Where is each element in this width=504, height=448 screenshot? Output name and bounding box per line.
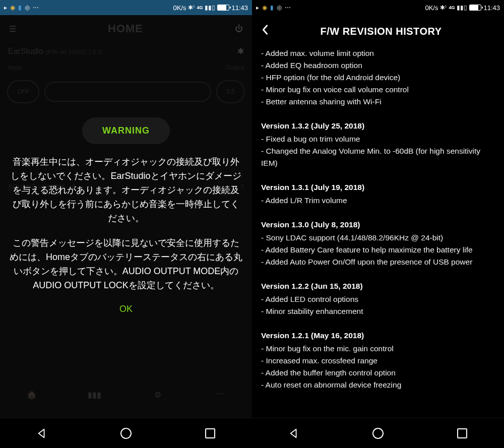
output-value-pill: 3.5 <box>216 80 245 103</box>
revision-item: - Minor bug fix on voice call volume con… <box>261 84 495 96</box>
revision-version-title: Version 1.3.2 (July 25, 2018) <box>261 120 495 132</box>
output-label: Output <box>226 64 244 71</box>
signal-icon: ▮▮▯ <box>457 4 467 11</box>
notif-icon: ▸ <box>256 4 259 11</box>
revision-item: - Fixed a bug on trim volume <box>261 133 495 145</box>
status-right: 0K/s ✱⁾ 4G ▮▮▯ 11:43 <box>173 4 248 12</box>
tab-ambient: 〰 <box>211 390 231 410</box>
revision-item: - Added max. volume limit option <box>261 47 495 59</box>
warning-paragraph-1: 音楽再生中には、オーディオジャックの接続及び取り外しをしないでください。EarS… <box>9 155 243 225</box>
revision-block: Version 1.3.0 (July 8, 2018)- Sony LDAC … <box>261 219 495 268</box>
input-label: Input <box>8 64 22 71</box>
revision-item: - Better antenna sharing with Wi-Fi <box>261 96 495 108</box>
fw-version: (F/W ver.190102.2.0.2) <box>46 49 103 55</box>
net-speed: 0K/s <box>173 4 186 12</box>
app-icon-3: ◎ <box>25 4 30 11</box>
battery-icon <box>469 5 481 11</box>
android-nav-bar <box>252 418 504 448</box>
tab-sound-control: ⚙ <box>148 390 168 410</box>
revision-block-partial: - Added max. volume limit option- Added … <box>261 47 495 108</box>
warning-body: 音楽再生中には、オーディオジャックの接続及び取り外しをしないでください。EarS… <box>7 155 245 293</box>
revision-history-body[interactable]: - Added max. volume limit option- Added … <box>252 45 504 418</box>
revision-block: Version 1.3.2 (July 25, 2018)- Fixed a b… <box>261 120 495 169</box>
warning-paragraph-2: この警告メッセージを以降に見ないで安全に使用するためには、Homeタブのバッテリ… <box>9 236 243 293</box>
tab-equalizer: ▮▮▮ <box>85 390 105 410</box>
home-title: HOME <box>108 22 143 35</box>
revision-item: - Minor stability enhancement <box>261 305 495 317</box>
revision-item: - Added EQ headroom option <box>261 59 495 72</box>
revision-block: Version 1.2.2 (Jun 15, 2018)- Added LED … <box>261 280 495 317</box>
app-icon-1: ◉ <box>262 4 267 11</box>
app-content-dimmed: ☰ HOME ⏻ EarStudio (F/W ver.190102.2.0.2… <box>0 15 252 418</box>
status-bar: ▸ ◉ ▮ ◎ ⋯ 0K/s ✱⁾ 4G ▮▮▯ 11:43 <box>252 0 504 15</box>
revision-version-title: Version 1.3.0 (July 8, 2018) <box>261 219 495 231</box>
app-icon-1: ◉ <box>10 4 15 11</box>
revision-item: - Increased max. crossfeed range <box>261 355 495 367</box>
status-bar: ▸ ◉ ▮ ◎ ⋯ 0K/s ✱⁾ 4G ▮▮▯ 11:43 <box>0 0 252 15</box>
bottom-tab-bar: 🏠 ▮▮▮ ⚙ 〰 <box>0 382 252 418</box>
nav-back-button[interactable] <box>35 427 48 440</box>
nav-home-button[interactable] <box>371 427 385 440</box>
nav-recent-button[interactable] <box>456 427 469 440</box>
revision-block: Version 1.2.1 (May 16, 2018)- Minor bug … <box>261 330 495 391</box>
phone-right: ▸ ◉ ▮ ◎ ⋯ 0K/s ✱⁾ 4G ▮▮▯ 11:43 F/W REVIS… <box>252 0 504 448</box>
revision-version-title: Version 1.3.1 (July 19, 2018) <box>261 181 495 194</box>
net-speed: 0K/s <box>425 4 438 12</box>
clock: 11:43 <box>483 4 500 12</box>
status-left: ▸ ◉ ▮ ◎ ⋯ <box>4 4 39 11</box>
tab-home: 🏠 <box>22 390 42 410</box>
revision-block: Version 1.3.1 (July 19, 2018)- Added L/R… <box>261 181 495 207</box>
signal-icon: ▮▮▯ <box>205 4 215 11</box>
notif-icon: ▸ <box>4 4 7 11</box>
clock: 11:43 <box>231 4 248 12</box>
status-left: ▸ ◉ ▮ ◎ ⋯ <box>256 4 291 11</box>
revision-item: - Added the buffer length control option <box>261 367 495 379</box>
app-icon-2: ▮ <box>270 4 274 11</box>
warning-title: WARNING <box>102 125 150 136</box>
back-button[interactable] <box>259 24 271 38</box>
battery-icon <box>217 5 229 11</box>
more-icon: ⋯ <box>33 4 39 11</box>
revision-version-title: Version 1.2.2 (Jun 15, 2018) <box>261 280 495 292</box>
revision-item: - Sony LDAC support (44.1/48/88.2/96KHz … <box>261 232 495 244</box>
revision-header: F/W REVISION HISTORY <box>252 15 504 45</box>
revision-item: - Changed the Analog Volume Min. to -60d… <box>261 145 495 169</box>
power-icon: ⏻ <box>235 24 243 33</box>
warning-title-badge: WARNING <box>82 117 170 144</box>
nav-recent-button[interactable] <box>204 427 217 440</box>
nav-back-button[interactable] <box>287 427 300 440</box>
revision-item: - Added Battery Care feature to help max… <box>261 244 495 256</box>
revision-item: - Auto reset on abnormal device freezing <box>261 379 495 391</box>
app-icon-3: ◎ <box>277 4 282 11</box>
revision-item: - Added L/R Trim volume <box>261 195 495 207</box>
device-name: EarStudio <box>8 47 43 55</box>
bluetooth-icon: ✱⁾ <box>440 4 447 11</box>
hamburger-icon: ☰ <box>9 24 16 34</box>
net-type: 4G <box>197 6 203 10</box>
nav-home-button[interactable] <box>119 427 133 440</box>
phone-left: ▸ ◉ ▮ ◎ ⋯ 0K/s ✱⁾ 4G ▮▮▯ 11:43 ☰ HOME ⏻ … <box>0 0 252 448</box>
bluetooth-status-icon: ✱ <box>237 46 244 56</box>
center-pill <box>44 82 211 102</box>
warning-modal: WARNING 音楽再生中には、オーディオジャックの接続及び取り外しをしないでく… <box>0 108 252 324</box>
android-nav-bar <box>0 418 252 448</box>
bluetooth-icon: ✱⁾ <box>188 4 195 11</box>
net-type: 4G <box>449 6 455 10</box>
app-icon-2: ▮ <box>18 4 22 11</box>
page-title: F/W REVISION HISTORY <box>280 26 482 37</box>
ok-button[interactable]: OK <box>7 304 245 314</box>
revision-item: - HFP option (for the old Android device… <box>261 72 495 84</box>
revision-item: - Added LED control options <box>261 293 495 305</box>
revision-item: - Added Auto Power On/Off upon the prese… <box>261 256 495 268</box>
revision-version-title: Version 1.2.1 (May 16, 2018) <box>261 330 495 342</box>
more-icon: ⋯ <box>285 4 291 11</box>
revision-item: - Minor bug fix on the mic. gain control <box>261 343 495 355</box>
status-right: 0K/s ✱⁾ 4G ▮▮▯ 11:43 <box>425 4 500 12</box>
input-off-pill: OFF <box>7 80 39 103</box>
